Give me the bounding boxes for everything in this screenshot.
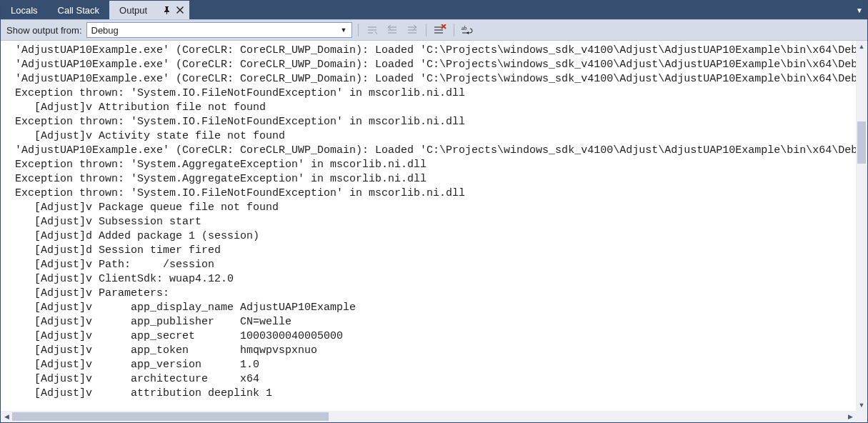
scrollbar-corner [856, 411, 867, 422]
clear-all-button[interactable] [432, 22, 448, 38]
horizontal-scrollbar[interactable]: ◀ ▶ [1, 411, 856, 422]
output-viewport[interactable]: 'AdjustUAP10Example.exe' (CoreCLR: CoreC… [1, 41, 856, 411]
tab-locals[interactable]: Locals [1, 1, 48, 19]
tab-call-stack[interactable]: Call Stack [48, 1, 110, 19]
output-area: 'AdjustUAP10Example.exe' (CoreCLR: CoreC… [1, 41, 867, 422]
horizontal-scroll-track[interactable] [12, 411, 844, 422]
output-panel: Locals Call Stack Output ▼ Show output f… [0, 0, 868, 423]
output-text[interactable]: 'AdjustUAP10Example.exe' (CoreCLR: CoreC… [1, 41, 856, 404]
svg-text:ab: ab [462, 25, 467, 31]
panel-tabstrip: Locals Call Stack Output ▼ [1, 1, 867, 19]
toolbar-separator [358, 24, 359, 36]
output-source-selected: Debug [91, 25, 119, 36]
output-source-select[interactable]: Debug ▼ [86, 22, 352, 38]
toolbar-separator [454, 24, 454, 36]
chevron-down-icon: ▼ [341, 26, 347, 34]
tab-output[interactable]: Output [109, 1, 157, 19]
vertical-scrollbar[interactable]: ▲ ▼ [856, 41, 867, 411]
scroll-left-arrow-icon[interactable]: ◀ [1, 411, 12, 422]
output-toolbar: Show output from: Debug ▼ ab [1, 19, 867, 41]
horizontal-scroll-thumb[interactable] [12, 412, 329, 421]
window-position-dropdown[interactable]: ▼ [852, 1, 867, 19]
pin-icon[interactable] [163, 6, 171, 14]
vertical-scroll-track[interactable] [856, 52, 867, 399]
scroll-down-arrow-icon[interactable]: ▼ [856, 399, 867, 411]
toolbar-separator [426, 24, 426, 36]
previous-message-button [384, 22, 400, 38]
find-message-button [364, 22, 380, 38]
toggle-word-wrap-button[interactable]: ab [460, 22, 476, 38]
show-output-from-label: Show output from: [6, 25, 82, 36]
vertical-scroll-thumb[interactable] [857, 121, 866, 163]
scroll-up-arrow-icon[interactable]: ▲ [856, 41, 867, 52]
tab-output-buttons [157, 1, 189, 19]
scroll-right-arrow-icon[interactable]: ▶ [844, 411, 856, 422]
close-icon[interactable] [176, 6, 184, 14]
next-message-button [404, 22, 420, 38]
